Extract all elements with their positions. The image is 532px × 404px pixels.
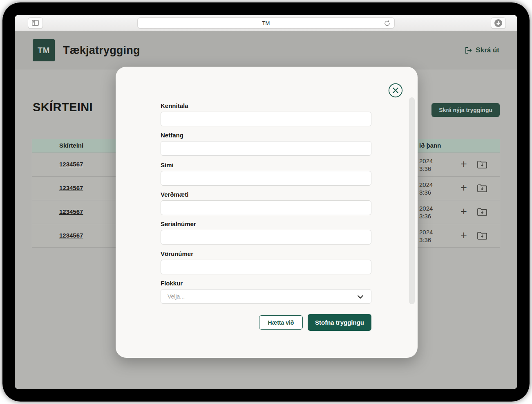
serialnumer-input[interactable] [161,230,371,245]
verdmaeti-input[interactable] [161,200,371,215]
row-date: 2024 3:36 [419,157,433,173]
field-label: Flokkur [161,280,371,287]
new-insurance-button[interactable]: Skrá nýja tryggingu [431,103,500,117]
certificate-link[interactable]: 1234567 [59,184,83,191]
field-flokkur: Flokkur Velja... [161,280,371,304]
close-button[interactable] [388,83,403,98]
field-vorunumer: Vörunúmer [161,250,371,274]
field-label: Serialnúmer [161,220,371,227]
sidebar-toggle-button[interactable] [28,17,43,29]
field-verdmaeti: Verðmæti [161,191,371,215]
certificate-link[interactable]: 1234567 [59,232,83,239]
close-icon [388,83,403,98]
field-label: Verðmæti [161,191,371,198]
netfang-input[interactable] [161,141,371,156]
app-title: Tækjatrygging [63,44,140,57]
column-header-skirteini: Skírteini [59,142,83,149]
reload-icon[interactable] [384,20,390,28]
folder-download-icon[interactable] [477,231,487,242]
field-netfang: Netfang [161,132,371,156]
flokkur-select[interactable]: Velja... [161,289,371,304]
plus-icon[interactable]: + [460,182,467,193]
field-serialnumer: Serialnúmer [161,220,371,245]
logout-link[interactable]: Skrá út [465,46,499,54]
kennitala-input[interactable] [161,112,371,126]
sidebar-icon [32,20,39,26]
plus-icon[interactable]: + [460,206,467,217]
downloads-button[interactable] [491,17,506,29]
download-icon [494,19,503,27]
plus-icon[interactable]: + [460,230,467,241]
cancel-button[interactable]: Hætta við [259,315,303,330]
browser-toolbar: TM [15,15,517,31]
plus-icon[interactable]: + [460,159,467,170]
modal-scrollbar[interactable] [409,97,415,304]
simi-input[interactable] [161,171,371,186]
browser-window: TM TM Tækjatrygging [15,15,517,389]
row-date: 2024 3:36 [419,181,433,196]
app-header: TM Tækjatrygging Skrá út [15,31,517,70]
chevron-down-icon [357,295,364,299]
logout-icon [465,47,472,54]
field-kennitala: Kennitala [161,102,371,126]
row-date: 2024 3:36 [419,228,433,244]
vorunumer-input[interactable] [161,260,371,274]
field-simi: Sími [161,162,371,186]
address-bar-text: TM [262,20,270,26]
logout-label: Skrá út [476,46,499,54]
select-placeholder: Velja... [168,293,185,300]
address-bar[interactable]: TM [137,17,395,29]
field-label: Vörunúmer [161,250,371,257]
tm-logo: TM [33,39,55,61]
certificate-link[interactable]: 1234567 [59,161,83,168]
certificate-link[interactable]: 1234567 [59,208,83,215]
folder-download-icon[interactable] [477,207,487,218]
column-header-date-fragment: ið þann [419,142,441,149]
folder-download-icon[interactable] [477,184,487,194]
page-title: SKÍRTEINI [33,101,93,114]
field-label: Kennitala [161,102,371,109]
folder-download-icon[interactable] [477,160,487,171]
row-date: 2024 3:36 [419,204,433,220]
create-insurance-modal: Kennitala Netfang Sími Verðmæti Serialnú… [116,67,418,358]
screenshot-stage: TM TM Tækjatrygging [0,0,532,404]
field-label: Netfang [161,132,371,139]
field-label: Sími [161,162,371,168]
submit-button[interactable]: Stofna tryggingu [308,314,371,331]
